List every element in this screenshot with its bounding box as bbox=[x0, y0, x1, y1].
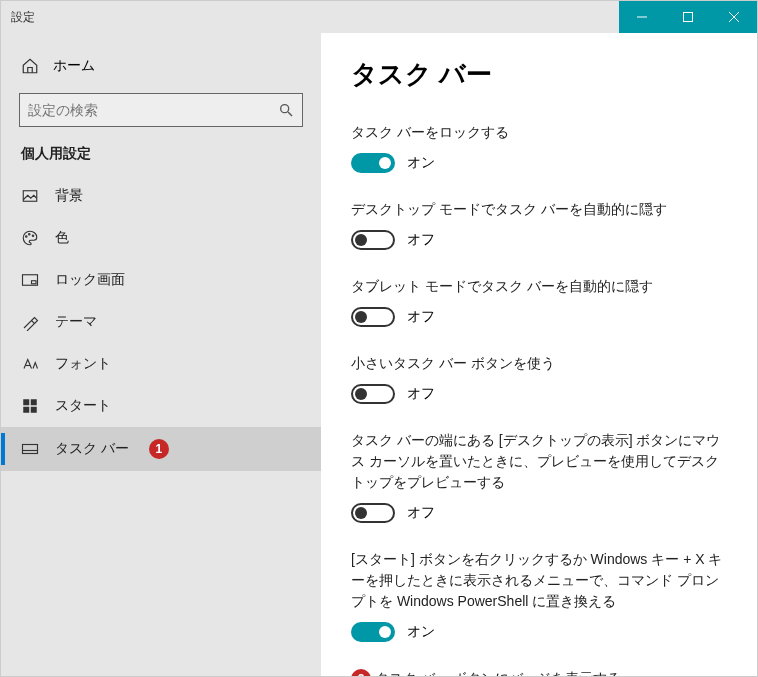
svg-rect-11 bbox=[32, 281, 37, 284]
toggle-state: オン bbox=[407, 623, 435, 641]
setting-autohide-desktop: デスクトップ モードでタスク バーを自動的に隠す オフ bbox=[351, 199, 727, 250]
svg-point-4 bbox=[281, 105, 289, 113]
toggle-state: オフ bbox=[407, 385, 435, 403]
home-icon bbox=[21, 57, 39, 75]
minimize-button[interactable] bbox=[619, 1, 665, 33]
home-label: ホーム bbox=[53, 57, 95, 75]
svg-point-9 bbox=[32, 235, 34, 237]
window-title: 設定 bbox=[1, 1, 619, 33]
setting-label-row: 2 タスク バー ボタンにバッジを表示する bbox=[351, 668, 727, 676]
search-input[interactable] bbox=[28, 102, 278, 118]
lockscreen-icon bbox=[21, 271, 39, 289]
theme-icon bbox=[21, 313, 39, 331]
toggle-state: オフ bbox=[407, 504, 435, 522]
sidebar-nav: 背景 色 ロック画面 テーマ フォント スタート bbox=[1, 175, 321, 471]
svg-line-5 bbox=[288, 112, 292, 116]
taskbar-icon bbox=[21, 440, 39, 458]
toggle-autohide-desktop[interactable] bbox=[351, 230, 395, 250]
start-icon bbox=[21, 397, 39, 415]
sidebar-item-background[interactable]: 背景 bbox=[1, 175, 321, 217]
setting-label: 小さいタスク バー ボタンを使う bbox=[351, 353, 727, 374]
window-controls bbox=[619, 1, 757, 33]
sidebar-item-label: フォント bbox=[55, 355, 111, 373]
setting-label: タスク バーの端にある [デスクトップの表示] ボタンにマウス カーソルを置いた… bbox=[351, 430, 727, 493]
search-icon bbox=[278, 102, 294, 118]
svg-rect-1 bbox=[684, 13, 693, 22]
toggle-state: オフ bbox=[407, 308, 435, 326]
setting-lock-taskbar: タスク バーをロックする オン bbox=[351, 122, 727, 173]
sidebar-item-label: テーマ bbox=[55, 313, 97, 331]
toggle-autohide-tablet[interactable] bbox=[351, 307, 395, 327]
svg-rect-14 bbox=[31, 399, 37, 405]
sidebar-item-label: 背景 bbox=[55, 187, 83, 205]
sidebar-item-start[interactable]: スタート bbox=[1, 385, 321, 427]
annotation-badge-2: 2 bbox=[351, 669, 371, 677]
picture-icon bbox=[21, 187, 39, 205]
toggle-state: オフ bbox=[407, 231, 435, 249]
setting-label: デスクトップ モードでタスク バーを自動的に隠す bbox=[351, 199, 727, 220]
sidebar-item-fonts[interactable]: フォント bbox=[1, 343, 321, 385]
maximize-button[interactable] bbox=[665, 1, 711, 33]
sidebar-item-label: スタート bbox=[55, 397, 111, 415]
setting-label: タスク バー ボタンにバッジを表示する bbox=[375, 668, 621, 676]
svg-rect-16 bbox=[31, 407, 37, 413]
titlebar: 設定 bbox=[1, 1, 757, 33]
toggle-powershell-replace[interactable] bbox=[351, 622, 395, 642]
toggle-lock-taskbar[interactable] bbox=[351, 153, 395, 173]
setting-label: [スタート] ボタンを右クリックするか Windows キー + X キーを押し… bbox=[351, 549, 727, 612]
sidebar-item-themes[interactable]: テーマ bbox=[1, 301, 321, 343]
setting-label: タブレット モードでタスク バーを自動的に隠す bbox=[351, 276, 727, 297]
setting-small-buttons: 小さいタスク バー ボタンを使う オフ bbox=[351, 353, 727, 404]
svg-rect-13 bbox=[23, 399, 29, 405]
toggle-peek-preview[interactable] bbox=[351, 503, 395, 523]
toggle-state: オン bbox=[407, 154, 435, 172]
sidebar-section-header: 個人用設定 bbox=[1, 145, 321, 175]
svg-point-7 bbox=[26, 236, 28, 238]
close-button[interactable] bbox=[711, 1, 757, 33]
search-box[interactable] bbox=[19, 93, 303, 127]
sidebar-item-taskbar[interactable]: タスク バー 1 bbox=[1, 427, 321, 471]
sidebar-item-label: ロック画面 bbox=[55, 271, 125, 289]
svg-rect-15 bbox=[23, 407, 29, 413]
sidebar-item-label: 色 bbox=[55, 229, 69, 247]
toggle-small-buttons[interactable] bbox=[351, 384, 395, 404]
setting-powershell-replace: [スタート] ボタンを右クリックするか Windows キー + X キーを押し… bbox=[351, 549, 727, 642]
annotation-badge-1: 1 bbox=[149, 439, 169, 459]
page-title: タスク バー bbox=[351, 57, 727, 92]
main-panel: タスク バー タスク バーをロックする オン デスクトップ モードでタスク バー… bbox=[321, 33, 757, 676]
sidebar-item-lockscreen[interactable]: ロック画面 bbox=[1, 259, 321, 301]
setting-show-badges: 2 タスク バー ボタンにバッジを表示する オフ bbox=[351, 668, 727, 676]
setting-peek-preview: タスク バーの端にある [デスクトップの表示] ボタンにマウス カーソルを置いた… bbox=[351, 430, 727, 523]
svg-rect-17 bbox=[23, 445, 38, 454]
sidebar: ホーム 個人用設定 背景 色 ロック画面 テーマ bbox=[1, 33, 321, 676]
palette-icon bbox=[21, 229, 39, 247]
sidebar-item-label: タスク バー bbox=[55, 440, 129, 458]
setting-autohide-tablet: タブレット モードでタスク バーを自動的に隠す オフ bbox=[351, 276, 727, 327]
setting-label: タスク バーをロックする bbox=[351, 122, 727, 143]
font-icon bbox=[21, 355, 39, 373]
svg-point-8 bbox=[29, 234, 31, 236]
home-link[interactable]: ホーム bbox=[1, 47, 321, 85]
sidebar-item-colors[interactable]: 色 bbox=[1, 217, 321, 259]
